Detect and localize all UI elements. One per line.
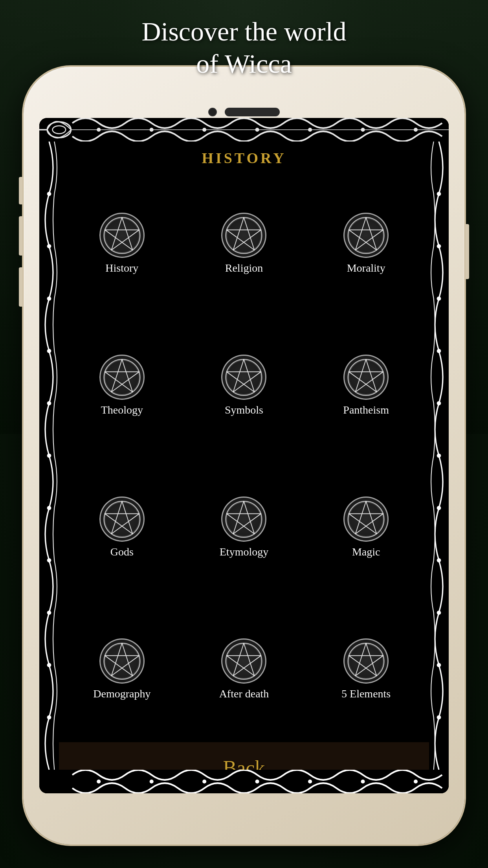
svg-point-27: [437, 296, 441, 301]
svg-point-47: [227, 218, 261, 252]
svg-point-48: [348, 217, 384, 254]
svg-point-8: [255, 128, 259, 132]
topic-label-pantheism: Pantheism: [343, 404, 389, 416]
pentacle-after-death: [221, 638, 266, 684]
svg-point-51: [105, 360, 139, 394]
border-right: [429, 142, 449, 770]
topic-item-symbols[interactable]: Symbols: [185, 316, 303, 454]
topic-label-theology: Theology: [101, 404, 143, 416]
svg-point-5: [97, 128, 101, 132]
svg-point-54: [348, 359, 384, 395]
phone-frame: HISTORY History Religion Morality Theolo…: [24, 67, 464, 844]
svg-point-57: [105, 502, 139, 536]
topic-item-morality[interactable]: Morality: [307, 175, 425, 313]
topic-item-pantheism[interactable]: Pantheism: [307, 316, 425, 454]
header-line2: of Wicca: [0, 48, 488, 80]
svg-point-20: [47, 558, 51, 563]
topic-label-after-death: After death: [219, 688, 269, 700]
svg-point-28: [437, 349, 441, 353]
svg-point-13: [47, 192, 51, 196]
topic-item-magic[interactable]: Magic: [307, 458, 425, 596]
svg-point-41: [308, 780, 312, 783]
pentacle-theology: [99, 355, 145, 400]
svg-point-65: [227, 644, 261, 678]
svg-point-29: [437, 401, 441, 406]
svg-point-19: [47, 506, 51, 510]
front-camera: [208, 108, 217, 116]
svg-point-31: [437, 506, 441, 510]
svg-point-21: [47, 611, 51, 615]
topic-label-religion: Religion: [225, 262, 263, 274]
topic-label-symbols: Symbols: [225, 404, 263, 416]
topic-label-5-elements: 5 Elements: [341, 688, 391, 700]
pentacle-history: [99, 213, 145, 258]
topic-item-etymology[interactable]: Etymology: [185, 458, 303, 596]
svg-point-17: [47, 401, 51, 406]
svg-point-30: [437, 454, 441, 458]
topic-item-theology[interactable]: Theology: [63, 316, 181, 454]
svg-point-52: [226, 359, 262, 395]
topics-grid: History Religion Morality Theology Symbo…: [63, 175, 425, 738]
border-left-svg: [39, 142, 59, 770]
pentacle-5-elements: [343, 638, 389, 684]
topic-label-history: History: [105, 262, 138, 274]
svg-point-34: [437, 663, 441, 667]
volume-up-button: [19, 216, 23, 256]
topic-item-gods[interactable]: Gods: [63, 458, 181, 596]
topic-item-religion[interactable]: Religion: [185, 175, 303, 313]
svg-point-38: [150, 780, 154, 783]
svg-point-14: [47, 244, 51, 248]
svg-point-42: [361, 780, 365, 783]
topic-label-magic: Magic: [352, 546, 380, 558]
header-line1: Discover the world: [0, 16, 488, 48]
svg-point-37: [97, 780, 101, 783]
svg-point-7: [202, 128, 206, 132]
svg-point-53: [227, 360, 261, 394]
pentacle-gods: [99, 497, 145, 542]
svg-point-43: [414, 780, 418, 783]
svg-point-26: [437, 244, 441, 248]
svg-point-61: [349, 502, 383, 536]
border-bottom: [39, 770, 449, 793]
svg-point-50: [104, 359, 140, 395]
topic-label-demography: Demography: [93, 688, 150, 700]
border-top: [39, 118, 449, 142]
pentacle-magic: [343, 497, 389, 542]
border-bottom-svg: [39, 770, 449, 793]
svg-point-6: [150, 128, 154, 132]
svg-point-22: [47, 663, 51, 667]
svg-point-67: [349, 644, 383, 678]
border-left: [39, 142, 59, 770]
pentacle-morality: [343, 213, 389, 258]
svg-point-11: [414, 128, 418, 132]
svg-point-35: [437, 715, 441, 720]
topic-item-5-elements[interactable]: 5 Elements: [307, 600, 425, 738]
topic-item-after-death[interactable]: After death: [185, 600, 303, 738]
topic-label-etymology: Etymology: [220, 546, 268, 558]
svg-point-23: [47, 715, 51, 720]
svg-point-55: [349, 360, 383, 394]
svg-point-64: [226, 643, 262, 679]
screen-content: HISTORY History Religion Morality Theolo…: [59, 142, 429, 742]
svg-point-40: [255, 780, 259, 783]
svg-point-15: [47, 296, 51, 301]
svg-point-58: [226, 501, 262, 537]
topic-item-history[interactable]: History: [63, 175, 181, 313]
svg-point-44: [104, 217, 140, 254]
pentacle-demography: [99, 638, 145, 684]
border-top-svg: [39, 118, 449, 142]
svg-point-59: [227, 502, 261, 536]
power-button: [465, 224, 469, 279]
topic-label-morality: Morality: [347, 262, 385, 274]
phone-screen: HISTORY History Religion Morality Theolo…: [39, 118, 449, 793]
svg-point-10: [361, 128, 365, 132]
topic-label-gods: Gods: [110, 546, 134, 558]
topic-item-demography[interactable]: Demography: [63, 600, 181, 738]
svg-point-62: [104, 643, 140, 679]
volume-mute-button: [19, 177, 23, 204]
pentacle-etymology: [221, 497, 266, 542]
speaker-grille: [225, 108, 280, 116]
svg-point-33: [437, 611, 441, 615]
pentacle-symbols: [221, 355, 266, 400]
svg-point-39: [202, 780, 206, 783]
